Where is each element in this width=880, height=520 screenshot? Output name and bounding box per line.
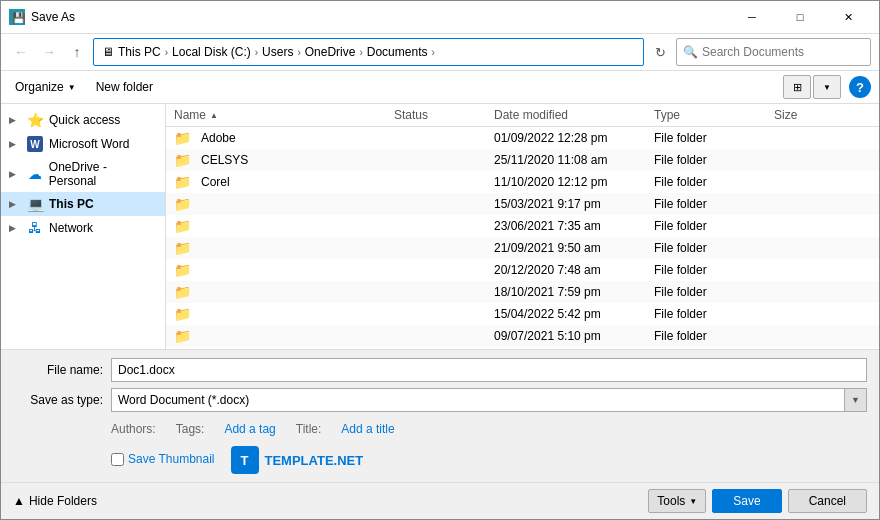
file-list[interactable]: 📁 Adobe 01/09/2022 12:28 pm File folder … bbox=[166, 127, 879, 349]
bottom-section: File name: Save as type: Word Document (… bbox=[1, 349, 879, 482]
cancel-button[interactable]: Cancel bbox=[788, 489, 867, 513]
file-row[interactable]: 📁 09/07/2021 5:10 pm File folder bbox=[166, 325, 879, 347]
file-row[interactable]: 📁 20/12/2020 7:48 am File folder bbox=[166, 259, 879, 281]
filename-row: File name: bbox=[13, 358, 867, 382]
file-name-cell: 📁 bbox=[174, 240, 394, 256]
file-name-cell: 📁 bbox=[174, 262, 394, 278]
folder-icon: 📁 bbox=[174, 284, 191, 300]
view-mode-button[interactable]: ⊞ bbox=[783, 75, 811, 99]
file-type-cell: File folder bbox=[654, 241, 774, 255]
authors-label: Authors: bbox=[111, 422, 156, 436]
file-row[interactable]: 📁 23/06/2021 7:35 am File folder bbox=[166, 215, 879, 237]
sidebar-label-quick-access: Quick access bbox=[49, 113, 120, 127]
col-header-name[interactable]: Name ▲ bbox=[174, 108, 394, 122]
back-button[interactable]: ← bbox=[9, 40, 33, 64]
sidebar-label-this-pc: This PC bbox=[49, 197, 94, 211]
title-label: Title: bbox=[296, 422, 322, 436]
main-content: ▶ ⭐ Quick access ▶ W Microsoft Word ▶ ☁ … bbox=[1, 104, 879, 349]
save-thumbnail-label[interactable]: Save Thumbnail bbox=[111, 452, 215, 466]
file-name-cell: 📁 CELSYS bbox=[174, 152, 394, 168]
folder-icon: 📁 bbox=[174, 174, 191, 190]
tools-button[interactable]: Tools ▼ bbox=[648, 489, 706, 513]
col-header-status[interactable]: Status bbox=[394, 108, 494, 122]
file-row[interactable]: 📁 Adobe 01/09/2022 12:28 pm File folder bbox=[166, 127, 879, 149]
add-title-link[interactable]: Add a title bbox=[341, 422, 394, 436]
forward-button[interactable]: → bbox=[37, 40, 61, 64]
dialog-title: Save As bbox=[31, 10, 723, 24]
sidebar-item-quick-access[interactable]: ▶ ⭐ Quick access bbox=[1, 108, 165, 132]
minimize-button[interactable]: ─ bbox=[729, 7, 775, 27]
file-date-cell: 15/04/2022 5:42 pm bbox=[494, 307, 654, 321]
col-header-type[interactable]: Type bbox=[654, 108, 774, 122]
folder-icon: 📁 bbox=[174, 240, 191, 256]
path-local-disk: Local Disk (C:) bbox=[172, 45, 251, 59]
dialog-icon: 💾 bbox=[9, 9, 25, 25]
file-row[interactable]: 📁 Corel 11/10/2020 12:12 pm File folder bbox=[166, 171, 879, 193]
file-row[interactable]: 📁 18/10/2021 7:59 pm File folder bbox=[166, 281, 879, 303]
file-type-cell: File folder bbox=[654, 175, 774, 189]
help-button[interactable]: ? bbox=[849, 76, 871, 98]
file-name-cell: 📁 bbox=[174, 218, 394, 234]
toolbar: Organize ▼ New folder ⊞ ▼ ? bbox=[1, 71, 879, 104]
file-type-cell: File folder bbox=[654, 131, 774, 145]
meta-row: Authors: Tags: Add a tag Title: Add a ti… bbox=[13, 418, 867, 440]
file-date-cell: 25/11/2020 11:08 am bbox=[494, 153, 654, 167]
savetype-select[interactable]: Word Document (*.docx) bbox=[111, 388, 845, 412]
tools-chevron-icon: ▼ bbox=[689, 497, 697, 506]
sidebar-item-onedrive[interactable]: ▶ ☁ OneDrive - Personal bbox=[1, 156, 165, 192]
hide-folders-button[interactable]: ▲ Hide Folders bbox=[13, 494, 97, 508]
file-name-cell: 📁 Adobe bbox=[174, 130, 394, 146]
sort-icon: ▲ bbox=[210, 111, 218, 120]
address-path[interactable]: 🖥 This PC › Local Disk (C:) › Users › On… bbox=[93, 38, 644, 66]
onedrive-icon: ☁ bbox=[27, 166, 43, 182]
window-controls: ─ □ ✕ bbox=[729, 7, 871, 27]
branding-row: Save Thumbnail T TEMPLATE.NET bbox=[13, 440, 867, 474]
footer-actions: Tools ▼ Save Cancel bbox=[648, 489, 867, 513]
file-name-cell: 📁 Corel bbox=[174, 174, 394, 190]
sidebar-item-this-pc[interactable]: ▶ 💻 This PC bbox=[1, 192, 165, 216]
file-row[interactable]: 📁 15/03/2021 9:17 pm File folder bbox=[166, 193, 879, 215]
close-button[interactable]: ✕ bbox=[825, 7, 871, 27]
expand-icon: ▶ bbox=[9, 169, 21, 179]
refresh-button[interactable]: ↻ bbox=[648, 40, 672, 64]
file-type-cell: File folder bbox=[654, 197, 774, 211]
col-header-date[interactable]: Date modified bbox=[494, 108, 654, 122]
quick-access-icon: ⭐ bbox=[27, 112, 43, 128]
folder-icon: 📁 bbox=[174, 196, 191, 212]
save-button[interactable]: Save bbox=[712, 489, 781, 513]
hide-folders-arrow-icon: ▲ bbox=[13, 494, 25, 508]
view-dropdown-button[interactable]: ▼ bbox=[813, 75, 841, 99]
new-folder-button[interactable]: New folder bbox=[90, 77, 159, 97]
network-icon: 🖧 bbox=[27, 220, 43, 236]
brand-icon: T bbox=[231, 446, 259, 474]
filename-input[interactable] bbox=[111, 358, 867, 382]
savetype-chevron-icon[interactable]: ▼ bbox=[845, 388, 867, 412]
add-tag-link[interactable]: Add a tag bbox=[224, 422, 275, 436]
search-input[interactable] bbox=[702, 45, 864, 59]
sidebar-item-microsoft-word[interactable]: ▶ W Microsoft Word bbox=[1, 132, 165, 156]
organize-button[interactable]: Organize ▼ bbox=[9, 77, 82, 97]
save-thumbnail-checkbox[interactable] bbox=[111, 453, 124, 466]
file-list-area: Name ▲ Status Date modified Type Size bbox=[166, 104, 879, 349]
search-box: 🔍 bbox=[676, 38, 871, 66]
savetype-row: Save as type: Word Document (*.docx) ▼ bbox=[13, 388, 867, 412]
file-name-cell: 📁 bbox=[174, 328, 394, 344]
address-bar: ← → ↑ 🖥 This PC › Local Disk (C:) › User… bbox=[1, 34, 879, 71]
file-list-header: Name ▲ Status Date modified Type Size bbox=[166, 104, 879, 127]
file-row[interactable]: 📁 CELSYS 25/11/2020 11:08 am File folder bbox=[166, 149, 879, 171]
organize-chevron-icon: ▼ bbox=[68, 83, 76, 92]
file-row[interactable]: 📁 15/04/2022 5:42 pm File folder bbox=[166, 303, 879, 325]
sidebar-item-network[interactable]: ▶ 🖧 Network bbox=[1, 216, 165, 240]
savetype-select-wrapper: Word Document (*.docx) ▼ bbox=[111, 388, 867, 412]
sidebar-label-onedrive: OneDrive - Personal bbox=[49, 160, 157, 188]
sidebar: ▶ ⭐ Quick access ▶ W Microsoft Word ▶ ☁ … bbox=[1, 104, 166, 349]
title-bar: 💾 Save As ─ □ ✕ bbox=[1, 1, 879, 34]
up-button[interactable]: ↑ bbox=[65, 40, 89, 64]
tools-label: Tools bbox=[657, 494, 685, 508]
col-header-size[interactable]: Size bbox=[774, 108, 854, 122]
file-name-cell: 📁 bbox=[174, 306, 394, 322]
file-row[interactable]: 📁 21/09/2021 9:50 am File folder bbox=[166, 237, 879, 259]
tags-label: Tags: bbox=[176, 422, 205, 436]
file-date-cell: 20/12/2020 7:48 am bbox=[494, 263, 654, 277]
maximize-button[interactable]: □ bbox=[777, 7, 823, 27]
